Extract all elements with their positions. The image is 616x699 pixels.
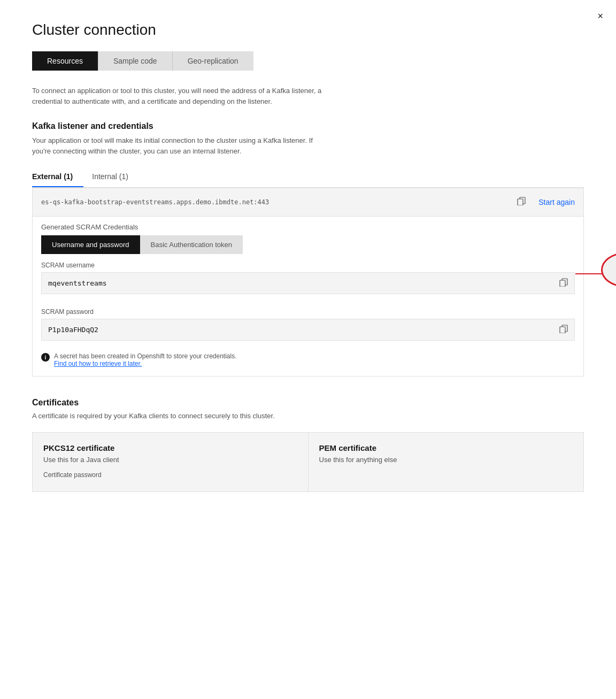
close-button[interactable]: × bbox=[597, 11, 603, 22]
copy-username-button[interactable] bbox=[559, 278, 568, 288]
info-icon: i bbox=[41, 353, 50, 362]
svg-rect-1 bbox=[518, 199, 523, 205]
certificates-section: Certificates A certificate is required b… bbox=[32, 398, 584, 492]
info-text: A secret has been created in Openshift t… bbox=[54, 352, 237, 367]
svg-rect-5 bbox=[560, 327, 565, 333]
pkcs12-sublabel: Certificate password bbox=[43, 471, 297, 479]
listener-tabs: External (1) Internal (1) bbox=[32, 167, 584, 188]
copy-password-button[interactable] bbox=[559, 325, 568, 335]
scram-password-value: P1p10aFHDqQ2 bbox=[48, 326, 559, 334]
page-title: Cluster connection bbox=[0, 0, 616, 51]
svg-rect-3 bbox=[560, 280, 565, 287]
scram-password-row: P1p10aFHDqQ2 bbox=[41, 319, 575, 341]
copy-icon bbox=[559, 325, 568, 333]
certificates-desc: A certificate is required by your Kafka … bbox=[32, 411, 332, 421]
tab-internal[interactable]: Internal (1) bbox=[92, 167, 139, 187]
credential-tabs: Username and password Basic Authenticati… bbox=[41, 235, 575, 254]
cred-tab-username-password[interactable]: Username and password bbox=[41, 235, 140, 254]
start-again-button[interactable]: Start again bbox=[538, 198, 575, 206]
scram-username-value: mqeventstreams bbox=[48, 279, 559, 287]
bootstrap-address: es-qs-kafka-bootstrap-eventstreams.apps.… bbox=[41, 198, 513, 206]
tab-resources[interactable]: Resources bbox=[32, 51, 98, 71]
tab-external[interactable]: External (1) bbox=[32, 167, 83, 187]
info-link[interactable]: Find out how to retrieve it later. bbox=[54, 360, 142, 367]
info-row: i A secret has been created in Openshift… bbox=[33, 347, 583, 376]
copy-icon bbox=[559, 278, 568, 287]
cred-tab-basic-auth[interactable]: Basic Authentication token bbox=[140, 235, 243, 254]
scram-username-row: mqeventstreams bbox=[41, 272, 575, 294]
pem-card: PEM certificate Use this for anything el… bbox=[309, 433, 584, 491]
kafka-section-desc: Your application or tool will make its i… bbox=[32, 135, 332, 156]
pem-desc: Use this for anything else bbox=[319, 456, 573, 464]
intro-text: To connect an application or tool to thi… bbox=[32, 86, 332, 106]
scram-label: Generated SCRAM Credentials bbox=[33, 217, 583, 235]
certificates-title: Certificates bbox=[32, 398, 584, 408]
bootstrap-row: es-qs-kafka-bootstrap-eventstreams.apps.… bbox=[33, 188, 583, 217]
scram-username-label: SCRAM username bbox=[33, 254, 583, 272]
kafka-section-title: Kafka listener and credentials bbox=[32, 121, 584, 131]
main-tabs: Resources Sample code Geo-replication bbox=[32, 51, 584, 71]
scram-password-label: SCRAM password bbox=[33, 301, 583, 319]
cert-cards: PKCS12 certificate Use this for a Java c… bbox=[32, 432, 584, 492]
tab-sample-code[interactable]: Sample code bbox=[98, 51, 172, 71]
pkcs12-desc: Use this for a Java client bbox=[43, 456, 297, 464]
pkcs12-card: PKCS12 certificate Use this for a Java c… bbox=[33, 433, 309, 491]
tab-geo-replication[interactable]: Geo-replication bbox=[172, 51, 253, 71]
copy-bootstrap-button[interactable] bbox=[513, 195, 530, 210]
pem-title: PEM certificate bbox=[319, 443, 573, 452]
copy-icon bbox=[517, 197, 526, 205]
pkcs12-title: PKCS12 certificate bbox=[43, 443, 297, 452]
content-panel: es-qs-kafka-bootstrap-eventstreams.apps.… bbox=[32, 188, 584, 377]
